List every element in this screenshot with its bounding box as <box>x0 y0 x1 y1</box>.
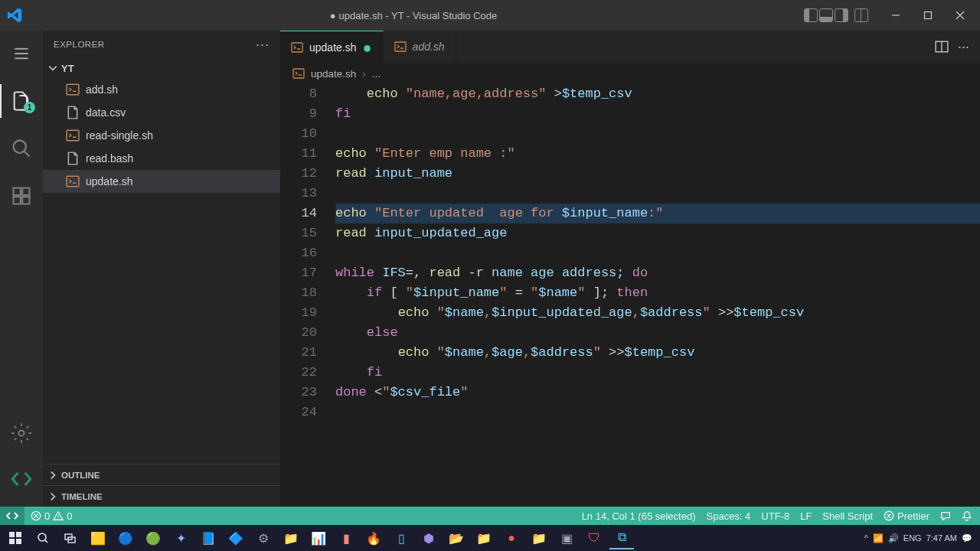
dirty-dot-icon: ● <box>363 44 372 51</box>
layout-controls[interactable] <box>804 8 868 22</box>
explorer-badge: 1 <box>24 102 35 113</box>
app-16[interactable]: ● <box>499 527 524 549</box>
feedback-icon[interactable] <box>940 510 951 521</box>
app-11[interactable]: 🔥 <box>361 527 386 549</box>
sidebar: EXPLORER ··· YT add.shdata.csvread-singl… <box>43 31 280 507</box>
app-7[interactable]: ⚙ <box>251 527 276 549</box>
explorer-activity[interactable]: 1 <box>0 84 43 118</box>
search-activity[interactable] <box>0 132 43 165</box>
tabs-row: update.sh●add.sh ··· <box>280 31 980 63</box>
editor-area: update.sh●add.sh ··· update.sh › ... 891… <box>280 31 980 507</box>
tray-language[interactable]: ENG <box>903 533 922 543</box>
app-13[interactable]: ⬢ <box>416 527 441 549</box>
app-12[interactable]: ▯ <box>389 527 413 549</box>
extensions-activity[interactable] <box>0 179 43 213</box>
svg-rect-10 <box>292 43 302 52</box>
problems-status[interactable]: 0 0 <box>31 510 72 522</box>
outline-section[interactable]: OUTLINE <box>43 464 280 485</box>
settings-activity[interactable] <box>0 416 43 450</box>
chevron-down-icon <box>47 63 58 73</box>
vscode-taskbar[interactable]: ⧉ <box>609 527 634 549</box>
minimize-button[interactable] <box>882 5 910 26</box>
svg-point-6 <box>19 431 24 436</box>
title-bar: ● update.sh - YT - Visual Studio Code <box>0 0 980 31</box>
encoding-status[interactable]: UTF-8 <box>761 510 789 522</box>
status-bar: 0 0 Ln 14, Col 1 (65 selected) Spaces: 4… <box>0 507 980 525</box>
app-19[interactable]: 🛡 <box>582 527 606 549</box>
app-9[interactable]: 📊 <box>306 527 331 549</box>
tab-add-sh[interactable]: add.sh <box>384 31 456 63</box>
svg-rect-7 <box>67 84 79 95</box>
app-6[interactable]: 🔷 <box>224 527 248 549</box>
file-item-read-bash[interactable]: read.bash <box>43 147 280 170</box>
activity-bar: 1 <box>0 31 43 507</box>
split-editor-icon[interactable] <box>935 40 949 54</box>
file-icon <box>66 106 80 119</box>
app-14[interactable]: 📂 <box>444 527 469 549</box>
windows-taskbar: 🟨 🔵 🟢 ✦ 📘 🔷 ⚙ 📁 📊 ▮ 🔥 ▯ ⬢ 📂 📁 ● 📁 ▣ 🛡 ⧉ … <box>0 525 980 551</box>
dirty-indicator: ● <box>330 10 336 21</box>
language-status[interactable]: Shell Script <box>822 510 873 522</box>
explorer-header: EXPLORER ··· <box>43 31 280 58</box>
app-17[interactable]: 📁 <box>527 527 551 549</box>
svg-rect-17 <box>16 532 21 537</box>
prettier-status[interactable]: Prettier <box>884 510 929 522</box>
folder-root[interactable]: YT <box>43 58 280 78</box>
file-icon <box>66 129 80 142</box>
terminal-icon <box>292 67 305 80</box>
search-taskbar[interactable] <box>31 527 55 549</box>
app-5[interactable]: 📘 <box>196 527 220 549</box>
clock[interactable]: 7:47 AM <box>926 533 957 543</box>
app-3[interactable]: 🟢 <box>141 527 165 549</box>
maximize-button[interactable] <box>914 5 942 26</box>
notifications-icon[interactable]: 💬 <box>962 533 972 543</box>
code-editor[interactable]: 89101112131415161718192021222324 echo "n… <box>280 84 980 507</box>
file-icon <box>66 152 80 165</box>
explorer-more-icon[interactable]: ··· <box>256 37 270 53</box>
svg-rect-9 <box>67 176 79 187</box>
tray-chevron-icon[interactable]: ^ <box>864 533 868 543</box>
tab-update-sh[interactable]: update.sh● <box>280 31 384 63</box>
svg-rect-0 <box>924 12 931 19</box>
remote-activity[interactable] <box>0 462 43 496</box>
file-item-data-csv[interactable]: data.csv <box>43 101 280 124</box>
file-icon <box>66 174 80 188</box>
vscode-logo <box>6 7 23 24</box>
app-18[interactable]: ▣ <box>554 527 579 549</box>
tab-more-icon[interactable]: ··· <box>958 39 969 55</box>
app-1[interactable]: 🟨 <box>86 527 110 549</box>
file-item-add-sh[interactable]: add.sh <box>43 78 280 101</box>
bell-icon[interactable] <box>962 510 972 521</box>
app-15[interactable]: 📁 <box>472 527 496 549</box>
task-view[interactable] <box>58 527 83 549</box>
eol-status[interactable]: LF <box>800 510 812 522</box>
svg-rect-18 <box>9 539 15 544</box>
window-title: ● update.sh - YT - Visual Studio Code <box>330 10 498 21</box>
breadcrumb[interactable]: update.sh › ... <box>280 63 980 84</box>
svg-point-1 <box>14 141 26 153</box>
tray-network-icon[interactable]: 📶 <box>873 533 884 543</box>
svg-rect-16 <box>9 532 15 537</box>
tray-volume-icon[interactable]: 🔊 <box>888 533 899 543</box>
indent-status[interactable]: Spaces: 4 <box>707 510 751 522</box>
file-icon <box>66 83 80 96</box>
timeline-section[interactable]: TIMELINE <box>43 485 280 507</box>
app-menu-button[interactable] <box>0 37 43 70</box>
cursor-position[interactable]: Ln 14, Col 1 (65 selected) <box>582 510 696 522</box>
chevron-right-icon <box>47 470 58 481</box>
svg-rect-8 <box>67 130 79 141</box>
file-item-update-sh[interactable]: update.sh <box>43 170 280 193</box>
app-4[interactable]: ✦ <box>168 527 193 549</box>
file-item-read-single-sh[interactable]: read-single.sh <box>43 124 280 147</box>
app-10[interactable]: ▮ <box>334 527 358 549</box>
chevron-right-icon <box>47 491 58 502</box>
svg-rect-19 <box>16 539 21 544</box>
app-8[interactable]: 📁 <box>279 527 303 549</box>
svg-rect-13 <box>293 69 304 78</box>
app-2[interactable]: 🔵 <box>113 527 138 549</box>
start-button[interactable] <box>3 527 28 549</box>
svg-rect-3 <box>22 188 29 195</box>
remote-indicator[interactable] <box>0 507 24 525</box>
svg-rect-11 <box>395 42 406 51</box>
close-button[interactable] <box>946 5 974 26</box>
